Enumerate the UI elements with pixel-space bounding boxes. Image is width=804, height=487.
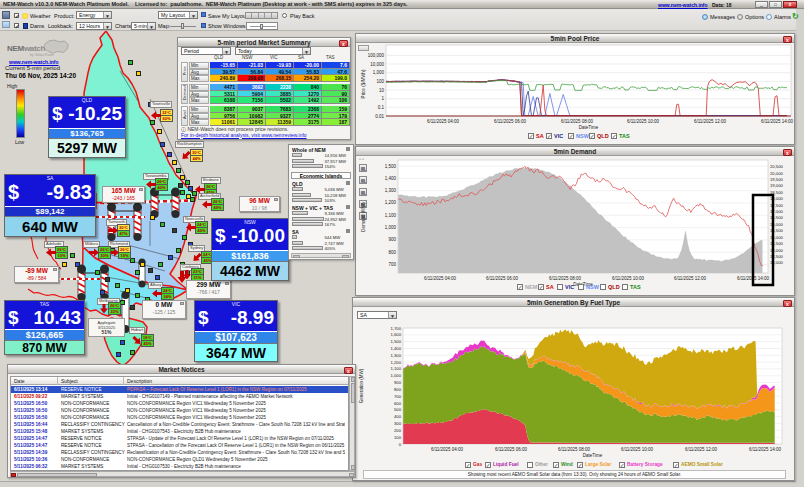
svg-text:100: 100 bbox=[394, 435, 402, 440]
svg-text:Demand (MW): Demand (MW) bbox=[361, 202, 366, 232]
svg-text:1,600: 1,600 bbox=[391, 332, 402, 337]
svg-text:6/11/2025 06:00: 6/11/2025 06:00 bbox=[495, 447, 528, 452]
svg-text:1,500: 1,500 bbox=[385, 164, 397, 169]
svg-text:700: 700 bbox=[394, 394, 402, 399]
svg-text:6/11/2025 04:00: 6/11/2025 04:00 bbox=[431, 447, 464, 452]
svg-text:400: 400 bbox=[394, 414, 402, 419]
svg-text:0.1: 0.1 bbox=[378, 105, 385, 110]
svg-text:6/11/2025 04:00: 6/11/2025 04:00 bbox=[427, 119, 460, 124]
svg-text:1,000: 1,000 bbox=[373, 70, 385, 75]
svg-text:1,300: 1,300 bbox=[391, 353, 402, 358]
svg-text:6/11/2025 04:00: 6/11/2025 04:00 bbox=[424, 276, 457, 281]
svg-text:10,000: 10,000 bbox=[370, 62, 384, 67]
svg-text:200: 200 bbox=[394, 428, 402, 433]
svg-text:1,000: 1,000 bbox=[385, 225, 397, 230]
svg-text:100,000: 100,000 bbox=[368, 53, 385, 58]
svg-text:DateTime: DateTime bbox=[579, 125, 599, 130]
svg-text:1,300: 1,300 bbox=[385, 188, 397, 193]
svg-text:6/11/2025 06:00: 6/11/2025 06:00 bbox=[494, 119, 527, 124]
svg-text:1,200: 1,200 bbox=[391, 360, 402, 365]
svg-text:0: 0 bbox=[399, 442, 402, 447]
svg-text:500: 500 bbox=[394, 407, 402, 412]
svg-text:6/11/2025 12:00: 6/11/2025 12:00 bbox=[674, 276, 707, 281]
svg-text:6/11/2025 08:00: 6/11/2025 08:00 bbox=[558, 447, 591, 452]
svg-text:19,500: 19,500 bbox=[770, 177, 783, 182]
svg-text:19,000: 19,000 bbox=[770, 183, 783, 188]
svg-text:20,500: 20,500 bbox=[770, 164, 783, 169]
svg-text:6/11/2025 10:00: 6/11/2025 10:00 bbox=[627, 119, 660, 124]
svg-text:20,000: 20,000 bbox=[770, 171, 783, 176]
svg-text:600: 600 bbox=[394, 401, 402, 406]
svg-text:800: 800 bbox=[388, 250, 396, 255]
svg-text:6/11/2025 14:00: 6/11/2025 14:00 bbox=[761, 119, 794, 124]
svg-text:0.01: 0.01 bbox=[375, 114, 384, 119]
svg-text:1,100: 1,100 bbox=[391, 366, 402, 371]
svg-text:Generation (MW): Generation (MW) bbox=[359, 368, 364, 403]
svg-text:Price ($/MWh): Price ($/MWh) bbox=[361, 69, 366, 98]
svg-text:1,100: 1,100 bbox=[385, 213, 397, 218]
svg-text:900: 900 bbox=[394, 380, 402, 385]
svg-text:6/11/2025 14:00: 6/11/2025 14:00 bbox=[749, 447, 782, 452]
svg-text:900: 900 bbox=[388, 237, 396, 242]
svg-text:6/11/2025 12:00: 6/11/2025 12:00 bbox=[685, 447, 718, 452]
svg-text:100: 100 bbox=[376, 79, 384, 84]
svg-text:1,500: 1,500 bbox=[391, 339, 402, 344]
svg-text:6/11/2025 10:00: 6/11/2025 10:00 bbox=[612, 276, 645, 281]
svg-text:1,000: 1,000 bbox=[391, 373, 402, 378]
svg-text:6/11/2025 08:00: 6/11/2025 08:00 bbox=[549, 276, 582, 281]
svg-text:6/11/2025 12:00: 6/11/2025 12:00 bbox=[694, 119, 727, 124]
svg-text:6/11/2025 10:00: 6/11/2025 10:00 bbox=[621, 447, 654, 452]
svg-text:800: 800 bbox=[394, 387, 402, 392]
svg-text:1: 1 bbox=[381, 96, 384, 101]
svg-text:300: 300 bbox=[394, 421, 402, 426]
svg-text:1,700: 1,700 bbox=[391, 326, 402, 331]
svg-text:10: 10 bbox=[379, 88, 385, 93]
svg-text:700: 700 bbox=[388, 262, 396, 267]
svg-text:1,200: 1,200 bbox=[385, 200, 397, 205]
svg-text:1,400: 1,400 bbox=[385, 176, 397, 181]
svg-text:1,400: 1,400 bbox=[391, 346, 402, 351]
svg-text:6/11/2025 06:00: 6/11/2025 06:00 bbox=[486, 276, 519, 281]
svg-text:DateTime: DateTime bbox=[583, 453, 603, 458]
svg-text:6/11/2025 08:00: 6/11/2025 08:00 bbox=[561, 119, 594, 124]
